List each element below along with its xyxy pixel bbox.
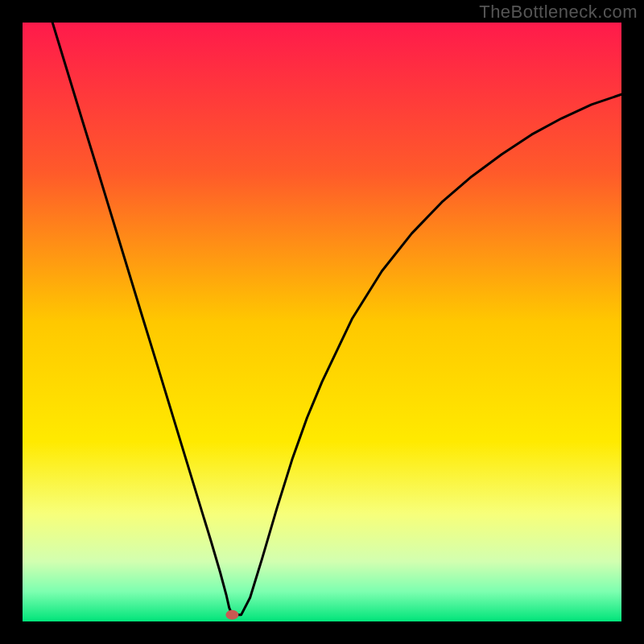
watermark-text: TheBottleneck.com xyxy=(479,2,638,23)
chart-background xyxy=(23,23,621,621)
chart-canvas xyxy=(0,0,644,644)
bottleneck-minimum-marker xyxy=(225,610,238,620)
bottleneck-chart: TheBottleneck.com xyxy=(0,0,644,644)
